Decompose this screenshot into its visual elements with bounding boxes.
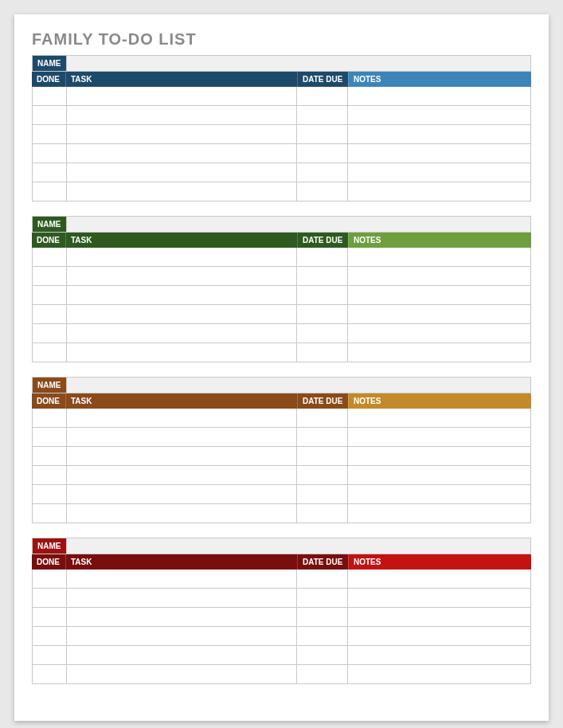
notes-input[interactable] [348, 646, 530, 664]
date_due-input[interactable] [297, 144, 347, 162]
date_due-input[interactable] [297, 627, 347, 645]
notes-input[interactable] [348, 428, 530, 446]
done-input[interactable] [33, 466, 66, 484]
date_due-input[interactable] [297, 125, 347, 143]
task-input[interactable] [67, 466, 296, 484]
date_due-input[interactable] [297, 504, 347, 523]
date_due-input[interactable] [297, 343, 347, 362]
done-input[interactable] [33, 646, 66, 664]
task-input[interactable] [67, 182, 296, 201]
task-input[interactable] [67, 646, 296, 664]
done-input[interactable] [33, 504, 66, 523]
task-input[interactable] [67, 447, 296, 465]
task-input[interactable] [67, 305, 296, 323]
done-input[interactable] [33, 125, 66, 143]
date_due-input[interactable] [297, 305, 347, 323]
done-input[interactable] [33, 267, 66, 285]
notes-input[interactable] [348, 608, 530, 626]
notes-input[interactable] [348, 106, 530, 124]
notes-input[interactable] [348, 125, 530, 143]
done-input[interactable] [33, 428, 66, 446]
task-input[interactable] [67, 589, 296, 607]
date_due-input[interactable] [297, 608, 347, 626]
notes-input[interactable] [348, 248, 530, 266]
task-input[interactable] [67, 106, 296, 124]
date_due-input[interactable] [297, 665, 347, 683]
task-input[interactable] [67, 665, 296, 683]
done-input[interactable] [33, 248, 66, 266]
notes-input[interactable] [348, 163, 530, 182]
done-input[interactable] [33, 163, 66, 182]
task-input[interactable] [67, 324, 296, 342]
date_due-input[interactable] [297, 163, 347, 182]
notes-input[interactable] [348, 305, 530, 323]
date_due-input[interactable] [297, 447, 347, 465]
task-input[interactable] [67, 504, 296, 523]
done-input[interactable] [33, 106, 66, 124]
done-input[interactable] [33, 627, 66, 645]
notes-input[interactable] [348, 267, 530, 285]
done-input[interactable] [33, 665, 66, 683]
name-input[interactable] [67, 378, 530, 393]
done-input[interactable] [33, 447, 66, 465]
done-input[interactable] [33, 589, 66, 607]
name-input[interactable] [67, 539, 530, 554]
date_due-input[interactable] [297, 106, 347, 124]
name-input[interactable] [67, 217, 530, 233]
date_due-input[interactable] [297, 485, 347, 503]
notes-input[interactable] [348, 182, 530, 201]
notes-input[interactable] [348, 627, 530, 645]
done-input[interactable] [33, 569, 66, 588]
done-input[interactable] [33, 608, 66, 626]
date_due-input[interactable] [297, 428, 347, 446]
date_due-input[interactable] [297, 569, 347, 588]
done-input[interactable] [33, 144, 66, 162]
task-input[interactable] [67, 144, 296, 162]
notes-input[interactable] [348, 409, 530, 427]
task-input[interactable] [67, 87, 296, 105]
task-input[interactable] [67, 343, 296, 362]
date_due-input[interactable] [297, 589, 347, 607]
notes-input[interactable] [348, 343, 530, 362]
done-input[interactable] [33, 87, 66, 105]
task-input[interactable] [67, 627, 296, 645]
date_due-input[interactable] [297, 286, 347, 304]
notes-input[interactable] [348, 466, 530, 484]
date_due-input[interactable] [297, 267, 347, 285]
notes-input[interactable] [348, 569, 530, 588]
done-input[interactable] [33, 305, 66, 323]
task-input[interactable] [67, 409, 296, 427]
notes-input[interactable] [348, 485, 530, 503]
name-input[interactable] [67, 57, 530, 72]
task-input[interactable] [67, 428, 296, 446]
task-input[interactable] [67, 608, 296, 626]
done-input[interactable] [33, 182, 66, 201]
done-input[interactable] [33, 343, 66, 362]
date_due-input[interactable] [297, 87, 347, 105]
date_due-input[interactable] [297, 248, 347, 266]
notes-input[interactable] [348, 324, 530, 342]
notes-input[interactable] [348, 665, 530, 683]
done-input[interactable] [33, 286, 66, 304]
date_due-input[interactable] [297, 646, 347, 664]
notes-input[interactable] [348, 589, 530, 607]
date_due-input[interactable] [297, 409, 347, 427]
task-input[interactable] [67, 286, 296, 304]
date_due-input[interactable] [297, 324, 347, 342]
notes-input[interactable] [348, 144, 530, 162]
date_due-input[interactable] [297, 466, 347, 484]
done-input[interactable] [33, 409, 66, 427]
notes-input[interactable] [348, 87, 530, 105]
notes-input[interactable] [348, 447, 530, 465]
date_due-input[interactable] [297, 182, 347, 201]
task-input[interactable] [67, 125, 296, 143]
done-input[interactable] [33, 324, 66, 342]
task-input[interactable] [67, 267, 296, 285]
notes-input[interactable] [348, 286, 530, 304]
task-input[interactable] [67, 569, 296, 588]
task-input[interactable] [67, 485, 296, 503]
notes-input[interactable] [348, 504, 530, 523]
done-input[interactable] [33, 485, 66, 503]
task-input[interactable] [67, 163, 296, 182]
task-input[interactable] [67, 248, 296, 266]
